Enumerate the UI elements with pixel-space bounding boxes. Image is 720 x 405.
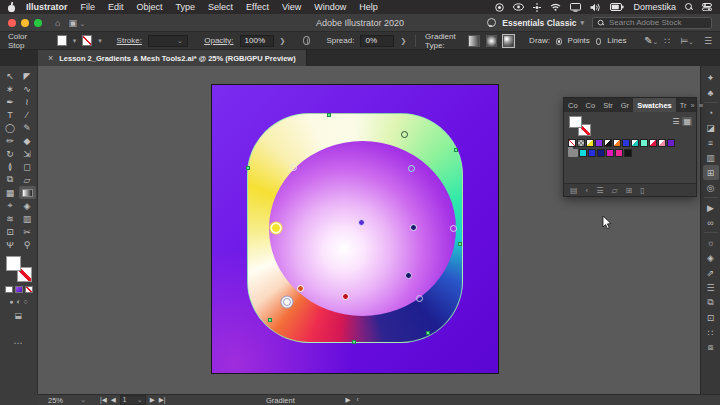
tool-zoom[interactable]: ⚲: [19, 238, 36, 251]
swatch[interactable]: [624, 149, 632, 157]
swatch[interactable]: [667, 139, 675, 147]
panel-fill-stroke-indicator[interactable]: [569, 116, 591, 136]
tool-magic-wand[interactable]: ∗: [2, 82, 19, 95]
zoom-level-dropdown[interactable]: 25% ⌄: [48, 396, 86, 405]
gradient-stop-point[interactable]: [297, 285, 304, 292]
stroke-weight-dropdown[interactable]: ⌄: [148, 35, 188, 47]
draw-points-radio[interactable]: [556, 38, 562, 45]
panel-icon-artboards[interactable]: ⊡: [703, 310, 719, 325]
menu-window[interactable]: Window: [314, 2, 346, 12]
opacity-spinner[interactable]: ❯: [280, 37, 286, 45]
keyboard-brightness-icon[interactable]: [533, 3, 541, 12]
screen-mode-icon[interactable]: ⬓: [15, 311, 23, 320]
gradient-stop-point[interactable]: [283, 298, 291, 306]
tool-eyedropper[interactable]: ⌖: [2, 199, 19, 212]
tool-type[interactable]: T: [2, 108, 19, 121]
tool-paintbrush[interactable]: ✎: [19, 121, 36, 134]
fill-color-swatch[interactable]: [57, 35, 67, 46]
brush-options-icon[interactable]: ✎⌄: [644, 35, 658, 46]
freeform-gradient-button[interactable]: [503, 35, 514, 47]
snap-options-icon[interactable]: ⊨⌄: [680, 36, 694, 46]
apple-menu-icon[interactable]: [8, 3, 16, 12]
draw-behind-icon[interactable]: ◐: [16, 298, 20, 305]
artboard-number-field[interactable]: 1⌄: [120, 395, 146, 405]
panel-icon-asset-export[interactable]: ⧈: [703, 340, 719, 355]
gradient-stop-point[interactable]: [290, 164, 297, 171]
gradient-stop-point[interactable]: [416, 295, 423, 302]
panel-icon-transparency[interactable]: ◎: [703, 180, 719, 195]
swatch[interactable]: [577, 139, 585, 147]
new-color-group-icon[interactable]: ▱: [611, 186, 617, 195]
panel-tab-gr[interactable]: Gr: [617, 98, 633, 112]
spread-spinner[interactable]: ❯: [400, 37, 406, 45]
menu-edit[interactable]: Edit: [108, 2, 124, 12]
menu-select[interactable]: Select: [208, 2, 233, 12]
swatch[interactable]: [586, 139, 594, 147]
path-anchor-point[interactable]: [268, 318, 272, 322]
tool-gradient[interactable]: [19, 186, 36, 199]
panel-icon-pathfinder[interactable]: ⧉: [703, 295, 719, 310]
control-panel-menu-icon[interactable]: ☰: [704, 36, 712, 46]
swatch[interactable]: [595, 139, 603, 147]
panel-tab-swatches[interactable]: Swatches: [633, 98, 676, 112]
panel-icon-export[interactable]: ⇗: [703, 265, 719, 280]
menu-view[interactable]: View: [282, 2, 301, 12]
tool-perspective-grid[interactable]: ▱: [19, 173, 36, 186]
draw-inside-icon[interactable]: ○: [24, 298, 28, 305]
zoom-window-button[interactable]: [34, 19, 42, 27]
swatch[interactable]: [640, 139, 648, 147]
panel-icon-actions[interactable]: ▶: [703, 200, 719, 215]
tool-symbol-sprayer[interactable]: ≋: [2, 212, 19, 225]
expand-panels-icon[interactable]: »: [691, 101, 695, 110]
gradient-stop-point[interactable]: [405, 272, 412, 279]
menu-effect[interactable]: Effect: [246, 2, 269, 12]
edit-toolbar-icon[interactable]: ⋯: [14, 338, 24, 348]
linear-gradient-button[interactable]: [468, 35, 479, 47]
screen-record-icon[interactable]: [495, 3, 504, 12]
first-artboard-button[interactable]: |◀: [100, 396, 107, 404]
gradient-stop-point[interactable]: [410, 224, 417, 231]
panel-icon-appearance[interactable]: ☼: [703, 235, 719, 250]
gradient-stop-point[interactable]: [408, 165, 415, 172]
tool-hand[interactable]: Ψ: [2, 238, 19, 251]
fill-swatch[interactable]: [6, 256, 21, 271]
panel-icon-swatches[interactable]: ⊞: [703, 165, 719, 180]
panel-fill-swatch[interactable]: [569, 116, 582, 128]
color-mode-button[interactable]: [5, 286, 13, 293]
radial-gradient-button[interactable]: [486, 35, 497, 47]
new-swatch-icon[interactable]: ⊞: [626, 186, 633, 195]
path-anchor-point[interactable]: [352, 340, 356, 344]
last-artboard-button[interactable]: ▶|: [159, 396, 166, 404]
panel-icon-transform[interactable]: ∷: [703, 325, 719, 340]
swatch[interactable]: [658, 139, 666, 147]
swatch[interactable]: [604, 139, 612, 147]
opacity-field[interactable]: 100%: [240, 35, 274, 47]
tool-direct-selection[interactable]: ◤: [19, 69, 36, 82]
swatch[interactable]: [649, 139, 657, 147]
stroke-label[interactable]: Stroke:: [117, 36, 142, 45]
gradient-stop-point[interactable]: [401, 131, 408, 138]
panel-tab-tr[interactable]: Tr: [676, 98, 691, 112]
gradient-stop-point[interactable]: [272, 224, 280, 232]
panel-icon-gradient[interactable]: ▥: [703, 150, 719, 165]
status-tool-display[interactable]: Gradient: [225, 396, 335, 405]
panel-tab-co[interactable]: Co: [582, 98, 600, 112]
swatch[interactable]: [597, 149, 605, 157]
swatch[interactable]: [579, 149, 587, 157]
tool-artboard[interactable]: ⊡: [2, 225, 19, 238]
tool-eraser[interactable]: ◆: [19, 134, 36, 147]
tool-ellipse[interactable]: ◯: [2, 121, 19, 134]
workspace-switcher[interactable]: Essentials Classic ▾: [502, 18, 584, 28]
account-name[interactable]: Domestika: [633, 2, 676, 12]
spotlight-search-icon[interactable]: [685, 3, 693, 11]
wifi-icon[interactable]: [550, 3, 561, 11]
status-menu-arrow-icon[interactable]: ▶: [345, 396, 350, 404]
tool-free-transform[interactable]: ◻: [19, 160, 36, 173]
panel-icon-links[interactable]: ∞: [703, 215, 719, 230]
panel-icon-align[interactable]: ☰: [703, 280, 719, 295]
menu-illustrator[interactable]: Illustrator: [26, 2, 68, 12]
path-anchor-point[interactable]: [426, 331, 430, 335]
chevron-down-icon[interactable]: ▾: [73, 37, 77, 45]
swatch-group-folder-icon[interactable]: [568, 149, 578, 157]
battery-icon[interactable]: [610, 3, 624, 11]
